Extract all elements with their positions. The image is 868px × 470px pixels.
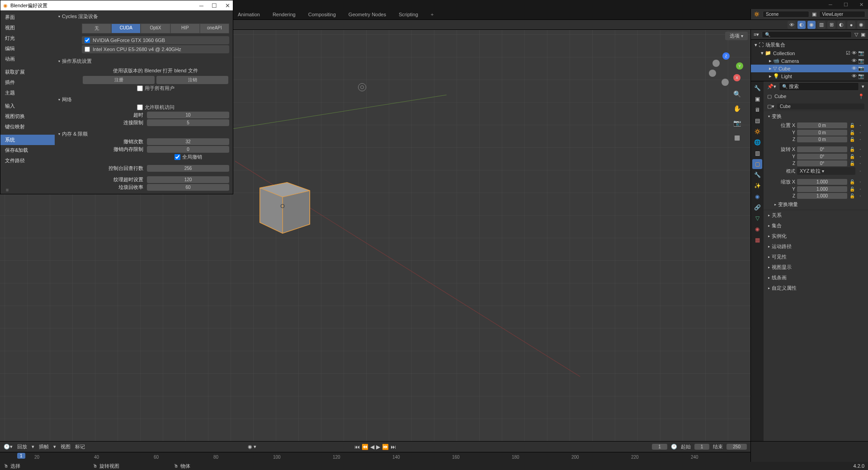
gizmo-neg-axis[interactable] bbox=[709, 70, 716, 77]
shading-wireframe-button[interactable]: ⊞ bbox=[827, 21, 835, 29]
location-y-input[interactable]: 0 m bbox=[797, 130, 847, 136]
overlay-button[interactable]: ◉ bbox=[807, 21, 816, 29]
tab-geometry-nodes[interactable]: Geometry Nodes bbox=[346, 10, 389, 19]
device-tab-oneapi[interactable]: oneAPI bbox=[200, 24, 229, 33]
undo-mem-input[interactable]: 0 bbox=[147, 146, 229, 153]
motion-paths-header[interactable]: ▸运动路径 bbox=[764, 241, 868, 252]
conn-limit-input[interactable]: 5 bbox=[147, 119, 229, 126]
device-tab-cuda[interactable]: CUDA bbox=[111, 24, 141, 33]
minimize-icon[interactable]: ─ bbox=[827, 1, 834, 8]
options-icon[interactable]: ▾ bbox=[862, 84, 864, 89]
cube-mesh[interactable] bbox=[253, 174, 312, 238]
pin-icon[interactable]: 📍 bbox=[858, 94, 864, 99]
proptab-particles[interactable]: ✨ bbox=[752, 181, 762, 191]
prefs-tab-system[interactable]: 系统 bbox=[0, 135, 55, 145]
eye-icon[interactable]: 👁 bbox=[852, 73, 857, 79]
filter-icon[interactable]: ▽ bbox=[854, 32, 858, 38]
relations-header[interactable]: ▸关系 bbox=[764, 210, 868, 221]
gizmo-x-axis[interactable]: X bbox=[733, 74, 741, 81]
rotation-y-input[interactable]: 0° bbox=[797, 154, 847, 160]
proptab-material[interactable]: ◉ bbox=[752, 224, 762, 234]
lock-icon[interactable]: 🔓 bbox=[849, 161, 855, 166]
viewlayer-input[interactable]: ViewLayer bbox=[819, 11, 866, 18]
proptab-texture[interactable]: ▦ bbox=[752, 235, 762, 245]
unregister-button[interactable]: 注销 bbox=[156, 76, 228, 84]
dialog-maximize-icon[interactable]: ☐ bbox=[212, 2, 217, 9]
prefs-tab-viewport[interactable]: 视图 bbox=[0, 23, 55, 33]
prev-keyframe-icon[interactable]: ⏪ bbox=[362, 444, 368, 450]
render-icon[interactable]: 📷 bbox=[858, 58, 864, 64]
proptab-output[interactable]: 🖥 bbox=[752, 105, 762, 115]
gizmo-neg-axis[interactable] bbox=[722, 79, 729, 86]
dialog-minimize-icon[interactable]: ─ bbox=[199, 2, 203, 9]
prefs-tab-save-load[interactable]: 保存&加载 bbox=[0, 145, 55, 155]
jump-start-icon[interactable]: ⏮ bbox=[354, 444, 360, 450]
outliner-light[interactable]: ▸ 💡 Light 👁📷 bbox=[751, 72, 868, 80]
timeline-ruler[interactable]: 1 20406080100120140160180200220240 bbox=[0, 452, 750, 462]
proptab-viewlayer[interactable]: ▤ bbox=[752, 116, 762, 126]
rotation-z-input[interactable]: 0° bbox=[797, 160, 847, 166]
eye-icon[interactable]: 👁 bbox=[852, 66, 857, 71]
lock-icon[interactable]: 🔓 bbox=[849, 179, 855, 184]
proptab-modifiers[interactable]: 🔧 bbox=[752, 170, 762, 180]
device-tab-none[interactable]: 无 bbox=[82, 24, 111, 33]
proptab-data[interactable]: ▽ bbox=[752, 213, 762, 223]
play-icon[interactable]: ▶ bbox=[376, 444, 380, 450]
jump-end-icon[interactable]: ⏭ bbox=[391, 444, 396, 450]
scale-y-input[interactable]: 1.000 bbox=[797, 186, 847, 192]
lock-icon[interactable]: 🔓 bbox=[849, 193, 855, 198]
instancing-header[interactable]: ▸实例化 bbox=[764, 231, 868, 241]
cpu-device-checkbox[interactable] bbox=[85, 47, 90, 52]
global-undo-checkbox[interactable] bbox=[175, 154, 180, 160]
gizmo-button[interactable]: ◐ bbox=[797, 21, 806, 29]
shading-solid-button[interactable]: ◐ bbox=[837, 21, 845, 29]
outliner-camera[interactable]: ▸ 📹 Camera 👁📷 bbox=[751, 57, 868, 65]
start-frame-input[interactable]: 1 bbox=[694, 444, 710, 450]
prefs-tab-input[interactable]: 输入 bbox=[0, 101, 55, 111]
device-tab-optix[interactable]: OptiX bbox=[141, 24, 170, 33]
playback-menu[interactable]: 回放 bbox=[17, 443, 27, 450]
timeline-mode-icon[interactable]: 🕐▾ bbox=[4, 444, 13, 450]
outliner-scene-collection[interactable]: ▾ ⛶ 场景集合 bbox=[751, 41, 868, 49]
gizmo-z-axis[interactable]: Z bbox=[722, 52, 730, 60]
location-x-input[interactable]: 0 m bbox=[797, 122, 847, 128]
marker-menu[interactable]: 标记 bbox=[75, 443, 85, 450]
prefs-tab-editing[interactable]: 编辑 bbox=[0, 43, 55, 54]
pin-icon[interactable]: 📌▾ bbox=[767, 84, 776, 89]
close-icon[interactable]: ✕ bbox=[858, 1, 864, 8]
object-name-input[interactable]: Cube bbox=[777, 103, 864, 109]
timeout-input[interactable]: 10 bbox=[147, 112, 229, 118]
properties-search-input[interactable]: 🔍 搜索 bbox=[779, 82, 859, 91]
lineart-header[interactable]: ▸线条画 bbox=[764, 273, 868, 283]
gizmo-neg-axis[interactable] bbox=[712, 60, 720, 67]
end-frame-input[interactable]: 250 bbox=[726, 444, 747, 450]
network-header[interactable]: ▾网络 bbox=[57, 95, 229, 104]
rotation-mode-select[interactable]: XYZ 欧拉 ▾ bbox=[797, 167, 855, 175]
prefs-tab-lights[interactable]: 灯光 bbox=[0, 33, 55, 43]
eye-icon[interactable]: 👁 bbox=[852, 58, 857, 64]
gpu-device-checkbox[interactable] bbox=[85, 38, 90, 43]
outliner-collection[interactable]: ▾ 📁 Collection ☑👁📷 bbox=[751, 49, 868, 57]
navigation-gizmo[interactable]: Z Y X bbox=[710, 52, 741, 84]
custom-props-header[interactable]: ▸自定义属性 bbox=[764, 283, 868, 293]
console-lines-input[interactable]: 256 bbox=[147, 165, 229, 172]
proptab-object[interactable]: ▢ bbox=[752, 159, 762, 169]
prefs-tab-keymap[interactable]: 键位映射 bbox=[0, 122, 55, 132]
proptab-render[interactable]: ▣ bbox=[752, 94, 762, 104]
zoom-icon[interactable]: 🔍 bbox=[731, 89, 742, 99]
os-settings-header[interactable]: ▾操作系统设置 bbox=[57, 57, 229, 66]
add-workspace-icon[interactable]: + bbox=[428, 10, 436, 19]
lock-icon[interactable]: 🔓 bbox=[849, 130, 855, 135]
cycles-devices-header[interactable]: ▾Cycles 渲染设备 bbox=[57, 12, 229, 21]
memory-header[interactable]: ▾内存 & 限额 bbox=[57, 130, 229, 138]
undo-steps-input[interactable]: 32 bbox=[147, 138, 229, 145]
rotation-x-input[interactable]: 0° bbox=[797, 146, 847, 152]
proptab-physics[interactable]: ◉ bbox=[752, 192, 762, 202]
outliner-search-input[interactable]: 🔍 bbox=[762, 31, 852, 38]
play-reverse-icon[interactable]: ◀ bbox=[370, 444, 374, 450]
prefs-tab-addons[interactable]: 获取扩展 bbox=[0, 67, 55, 77]
prefs-tab-themes[interactable]: 主题 bbox=[0, 88, 55, 98]
all-users-checkbox[interactable] bbox=[137, 85, 143, 91]
scene-name-input[interactable]: Scene bbox=[763, 11, 809, 18]
current-frame-input[interactable]: 1 bbox=[652, 444, 667, 450]
